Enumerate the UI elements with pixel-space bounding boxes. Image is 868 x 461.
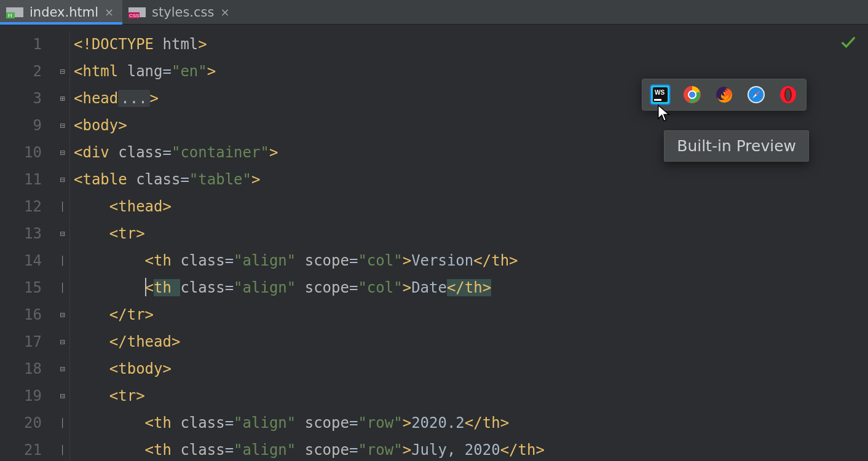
opera-icon[interactable] [778,84,799,105]
code-line[interactable]: <table class="table"> [74,166,545,193]
line-number: 10 [0,139,42,166]
fold-collapse-icon[interactable]: ⊟ [55,166,69,193]
tab-styles-css[interactable]: CSS styles.css × [122,0,239,24]
code-line[interactable]: <th class="align" scope="row">July, 2020… [74,436,545,461]
fold-collapse-icon[interactable]: ⊟ [55,220,69,247]
svg-point-18 [786,89,791,101]
svg-rect-9 [654,99,661,101]
css-file-icon: CSS [128,6,146,19]
chrome-icon[interactable] [682,84,703,105]
close-icon[interactable]: × [105,6,114,18]
svg-text:CSS: CSS [129,13,139,18]
line-number: 9 [0,112,42,139]
fold-guide: │ [55,193,69,220]
tab-label: styles.css [152,5,214,20]
code-line[interactable]: <th class="align" scope="col">Date</th> [74,274,545,301]
line-number: 11 [0,166,42,193]
line-number: 20 [0,409,42,436]
fold-collapse-icon[interactable]: ⊟ [55,112,69,139]
fold-guide [55,31,69,58]
fold-guide: │ [55,247,69,274]
firefox-icon[interactable] [714,84,735,105]
tab-label: index.html [30,5,98,20]
tooltip: Built-in Preview [664,130,809,162]
safari-icon[interactable] [746,84,767,105]
line-number: 21 [0,436,42,461]
line-number: 2 [0,58,42,85]
line-number: 12 [0,193,42,220]
fold-collapse-icon[interactable]: ⊟ [55,58,69,85]
line-number: 17 [0,328,42,355]
line-number: 13 [0,220,42,247]
text-caret [145,278,146,296]
fold-collapse-icon[interactable]: ⊟ [55,139,69,166]
line-number: 3 [0,85,42,112]
html-file-icon: H [6,6,23,19]
line-number-gutter: 1239101112131415161718192021 [0,31,55,461]
line-number: 18 [0,355,42,382]
line-number: 15 [0,274,42,301]
webstorm-icon[interactable]: WS [650,84,671,105]
editor-tabbar: H index.html × CSS styles.css × [0,0,868,25]
code-line[interactable]: <div class="container"> [74,139,545,166]
code-line[interactable]: <th class="align" scope="col">Version</t… [74,247,545,274]
code-line[interactable]: <tr> [74,220,545,247]
svg-text:H: H [8,12,12,18]
fold-guide: │ [55,274,69,301]
line-number: 19 [0,382,42,409]
code-area[interactable]: <!DOCTYPE html><html lang="en"><head...>… [70,31,545,461]
problems-ok-icon[interactable] [840,34,857,52]
svg-point-12 [689,92,695,98]
code-line[interactable]: </thead> [74,328,545,355]
line-number: 16 [0,301,42,328]
fold-gutter: ⊟⊞⊟⊟⊟│⊟││⊟⊟⊟⊟││ [55,31,70,461]
code-line[interactable]: <tbody> [74,355,545,382]
fold-collapse-icon[interactable]: ⊟ [55,355,69,382]
fold-collapse-icon[interactable]: ⊟ [55,328,69,355]
code-line[interactable]: <!DOCTYPE html> [74,31,545,58]
code-line[interactable]: <thead> [74,193,545,220]
code-line[interactable]: <html lang="en"> [74,58,545,85]
fold-collapse-icon[interactable]: ⊟ [55,382,69,409]
svg-text:WS: WS [655,89,665,96]
code-line[interactable]: </tr> [74,301,545,328]
mouse-cursor-icon [657,104,671,123]
code-line[interactable]: <tr> [74,382,545,409]
close-icon[interactable]: × [220,6,229,18]
fold-guide: │ [55,436,69,461]
fold-expand-icon[interactable]: ⊞ [55,85,69,112]
fold-collapse-icon[interactable]: ⊟ [55,301,69,328]
tab-index-html[interactable]: H index.html × [0,0,122,24]
line-number: 14 [0,247,42,274]
fold-guide: │ [55,409,69,436]
line-number: 1 [0,31,42,58]
code-line[interactable]: <th class="align" scope="row">2020.2</th… [74,409,545,436]
code-line[interactable]: <head...> [74,85,545,112]
code-line[interactable]: <body> [74,112,545,139]
